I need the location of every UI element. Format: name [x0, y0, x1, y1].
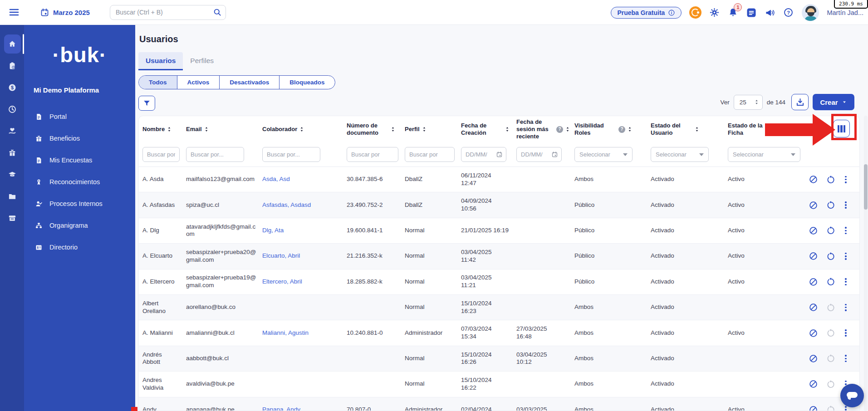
- deactivate-user-button[interactable]: [809, 251, 818, 261]
- rail-item-gift-box[interactable]: [0, 142, 24, 164]
- row-menu-button[interactable]: [843, 201, 848, 210]
- user-name[interactable]: Martín Jad...: [827, 9, 863, 16]
- sort-icon[interactable]: [505, 126, 510, 132]
- col-header-nombre[interactable]: Nombre: [142, 126, 186, 133]
- filter-input-colaborador[interactable]: [262, 147, 320, 162]
- filter-input-email[interactable]: [186, 147, 244, 162]
- rail-item-hand-heart[interactable]: [0, 120, 24, 142]
- select-filter-estado_ficha[interactable]: Seleccionar: [728, 147, 800, 162]
- sort-icon[interactable]: [204, 126, 209, 132]
- hamburger-menu-icon[interactable]: [7, 5, 21, 19]
- tab-usuarios[interactable]: Usuarios: [138, 52, 183, 70]
- rail-item-folder[interactable]: [0, 186, 24, 207]
- sort-icon[interactable]: [565, 126, 570, 132]
- sort-icon[interactable]: [628, 126, 632, 132]
- cell-colaborador[interactable]: Asda, Asd: [262, 176, 347, 183]
- reset-password-button[interactable]: [826, 175, 835, 184]
- sidebar-item-procesos-internos[interactable]: Procesos Internos: [24, 193, 135, 215]
- row-menu-button[interactable]: [843, 252, 848, 261]
- rail-item-home[interactable]: [0, 33, 24, 55]
- cell-colaborador[interactable]: Asfasdas, Asdasd: [262, 201, 347, 209]
- reset-password-button[interactable]: [826, 354, 835, 363]
- deactivate-user-button[interactable]: [809, 201, 818, 210]
- col-header-estado_usuario[interactable]: Estado del Usuario: [651, 122, 728, 137]
- status-filter-activos[interactable]: Activos: [177, 76, 220, 89]
- row-menu-button[interactable]: [843, 226, 848, 235]
- rail-item-graduation-cap[interactable]: [0, 164, 24, 186]
- cell-colaborador[interactable]: Elcuarto, Abril: [262, 252, 347, 260]
- filter-input-nombre[interactable]: [142, 147, 180, 162]
- row-menu-button[interactable]: [843, 277, 848, 286]
- reset-password-button[interactable]: [826, 277, 835, 287]
- sort-icon[interactable]: [422, 126, 427, 132]
- sort-icon[interactable]: [167, 126, 172, 132]
- deactivate-user-button[interactable]: [809, 405, 818, 411]
- sidebar-item-portal[interactable]: Portal: [24, 106, 135, 127]
- cell-colaborador[interactable]: Papana, Andy: [262, 406, 347, 411]
- filter-input-documento[interactable]: [347, 147, 398, 162]
- row-menu-button[interactable]: [843, 175, 848, 184]
- cell-colaborador[interactable]: Dlg, Ata: [262, 227, 347, 235]
- trial-badge[interactable]: Prueba Gratuita: [611, 7, 682, 19]
- col-header-colaborador[interactable]: Colaborador: [262, 126, 347, 133]
- select-filter-estado_usuario[interactable]: Seleccionar: [651, 147, 709, 162]
- sidebar-item-beneficios[interactable]: Beneficios: [24, 127, 135, 149]
- deactivate-user-button[interactable]: [809, 277, 818, 287]
- sidebar-item-reconocimientos[interactable]: Reconocimientos: [24, 171, 135, 193]
- create-button[interactable]: Crear: [813, 94, 854, 110]
- cell-colaborador[interactable]: Eltercero, Abril: [262, 278, 347, 286]
- news-document-icon[interactable]: [746, 7, 757, 18]
- rail-item-money[interactable]: [0, 77, 24, 98]
- sort-icon[interactable]: [695, 126, 699, 132]
- col-header-documento[interactable]: Número de documento: [347, 122, 405, 137]
- deactivate-user-button[interactable]: [809, 379, 818, 389]
- period-selector[interactable]: Marzo 2025: [40, 8, 90, 17]
- help-icon[interactable]: ?: [556, 126, 563, 133]
- status-filter-todos[interactable]: Todos: [139, 76, 177, 89]
- chat-fab[interactable]: [840, 384, 864, 407]
- deactivate-user-button[interactable]: [809, 226, 818, 235]
- col-header-email[interactable]: Email: [186, 126, 262, 133]
- rail-item-storefront[interactable]: [0, 207, 24, 229]
- reset-password-button[interactable]: [826, 251, 835, 261]
- filter-input-perfil[interactable]: [405, 147, 455, 162]
- page-size-select[interactable]: 25: [734, 95, 763, 110]
- help-icon[interactable]: ?: [618, 126, 625, 133]
- download-button[interactable]: [791, 94, 809, 110]
- status-filter-bloqueados[interactable]: Bloqueados: [279, 76, 334, 89]
- sidebar-item-directorio[interactable]: Directorio: [24, 236, 135, 258]
- notifications-bell-icon[interactable]: 1: [728, 7, 738, 18]
- filter-button[interactable]: [138, 96, 155, 111]
- scrollbar-track[interactable]: [864, 116, 868, 411]
- sidebar-item-mis-encuestas[interactable]: Mis Encuestas: [24, 149, 135, 171]
- deactivate-user-button[interactable]: [809, 175, 818, 184]
- user-avatar[interactable]: [802, 4, 819, 21]
- select-filter-visibilidad[interactable]: Seleccionar: [574, 147, 633, 162]
- rail-item-clipboard[interactable]: [0, 55, 24, 77]
- col-header-visibilidad[interactable]: Visibilidad Roles?: [574, 122, 651, 137]
- global-search-input[interactable]: [110, 5, 226, 20]
- reset-password-button[interactable]: [826, 303, 835, 312]
- status-filter-desactivados[interactable]: Desactivados: [219, 76, 279, 89]
- sort-icon[interactable]: [299, 126, 304, 132]
- settings-gear-icon[interactable]: [709, 7, 720, 18]
- col-header-fecha_sesion[interactable]: Fecha de sesión más reciente?: [516, 118, 574, 141]
- reset-password-button[interactable]: [826, 405, 835, 411]
- date-filter-fecha_sesion[interactable]: DD/MM/: [516, 147, 562, 162]
- announcements-megaphone-icon[interactable]: [765, 7, 775, 18]
- rewards-coin-icon[interactable]: [689, 6, 701, 19]
- deactivate-user-button[interactable]: [809, 303, 818, 312]
- col-header-fecha_creacion[interactable]: Fecha de Creación: [461, 122, 516, 137]
- sidebar-item-organigrama[interactable]: Organigrama: [24, 215, 135, 236]
- deactivate-user-button[interactable]: [809, 328, 818, 338]
- row-menu-button[interactable]: [843, 328, 848, 338]
- scrollbar-thumb[interactable]: [864, 164, 868, 210]
- tab-perfiles[interactable]: Perfiles: [183, 52, 221, 70]
- reset-password-button[interactable]: [826, 328, 835, 338]
- reset-password-button[interactable]: [826, 201, 835, 210]
- search-icon[interactable]: [213, 8, 222, 17]
- reset-password-button[interactable]: [826, 379, 835, 389]
- sort-icon[interactable]: [391, 126, 395, 132]
- date-filter-fecha_creacion[interactable]: DD/MM/: [461, 147, 506, 162]
- rail-item-clock[interactable]: [0, 98, 24, 120]
